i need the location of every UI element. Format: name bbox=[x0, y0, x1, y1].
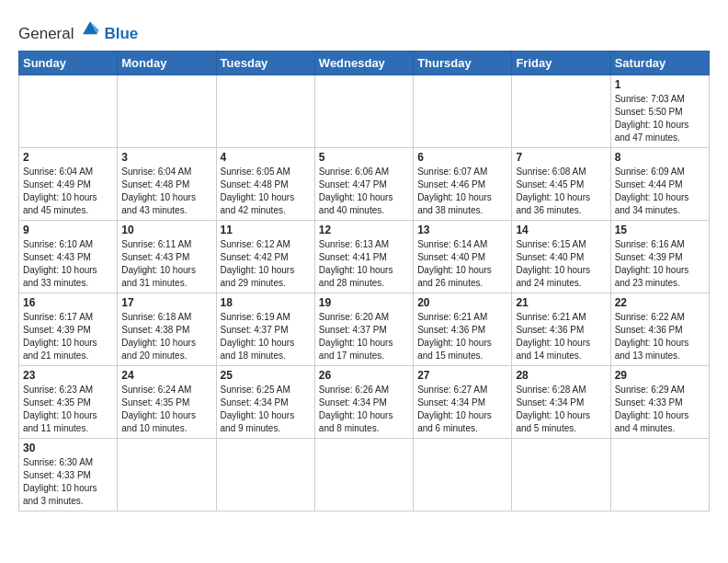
day-number: 18 bbox=[221, 296, 311, 309]
calendar-cell: 8Sunrise: 6:09 AM Sunset: 4:44 PM Daylig… bbox=[610, 148, 709, 221]
weekday-header-friday: Friday bbox=[512, 52, 610, 75]
day-info: Sunrise: 6:04 AM Sunset: 4:48 PM Dayligh… bbox=[121, 166, 211, 217]
calendar-cell: 18Sunrise: 6:19 AM Sunset: 4:37 PM Dayli… bbox=[216, 293, 314, 366]
day-number: 25 bbox=[221, 369, 311, 382]
calendar-week-row: 30Sunrise: 6:30 AM Sunset: 4:33 PM Dayli… bbox=[19, 439, 710, 511]
weekday-header-monday: Monday bbox=[118, 52, 216, 75]
calendar-week-row: 9Sunrise: 6:10 AM Sunset: 4:43 PM Daylig… bbox=[19, 221, 710, 293]
calendar-cell bbox=[314, 75, 413, 148]
day-info: Sunrise: 6:27 AM Sunset: 4:34 PM Dayligh… bbox=[417, 384, 507, 435]
day-number: 8 bbox=[615, 151, 705, 164]
calendar-cell: 28Sunrise: 6:28 AM Sunset: 4:34 PM Dayli… bbox=[512, 366, 610, 439]
weekday-header-thursday: Thursday bbox=[414, 52, 512, 75]
calendar-cell: 23Sunrise: 6:23 AM Sunset: 4:35 PM Dayli… bbox=[19, 366, 118, 439]
calendar-cell: 1Sunrise: 7:03 AM Sunset: 5:50 PM Daylig… bbox=[610, 75, 709, 148]
day-number: 26 bbox=[319, 369, 409, 382]
day-info: Sunrise: 6:17 AM Sunset: 4:39 PM Dayligh… bbox=[23, 311, 113, 362]
weekday-header-saturday: Saturday bbox=[610, 52, 709, 75]
calendar-cell: 15Sunrise: 6:16 AM Sunset: 4:39 PM Dayli… bbox=[610, 221, 709, 293]
calendar-cell: 25Sunrise: 6:25 AM Sunset: 4:34 PM Dayli… bbox=[216, 366, 314, 439]
day-info: Sunrise: 6:22 AM Sunset: 4:36 PM Dayligh… bbox=[615, 311, 705, 362]
day-info: Sunrise: 6:26 AM Sunset: 4:34 PM Dayligh… bbox=[319, 384, 409, 435]
day-info: Sunrise: 6:23 AM Sunset: 4:35 PM Dayligh… bbox=[23, 384, 113, 435]
calendar-cell: 7Sunrise: 6:08 AM Sunset: 4:45 PM Daylig… bbox=[512, 148, 610, 221]
day-number: 21 bbox=[516, 296, 606, 309]
calendar-cell: 4Sunrise: 6:05 AM Sunset: 4:48 PM Daylig… bbox=[216, 148, 314, 221]
calendar-cell: 29Sunrise: 6:29 AM Sunset: 4:33 PM Dayli… bbox=[610, 366, 709, 439]
day-number: 6 bbox=[417, 151, 507, 164]
day-number: 17 bbox=[121, 296, 211, 309]
day-number: 1 bbox=[615, 78, 705, 91]
day-info: Sunrise: 6:21 AM Sunset: 4:36 PM Dayligh… bbox=[516, 311, 606, 362]
day-info: Sunrise: 6:13 AM Sunset: 4:41 PM Dayligh… bbox=[319, 238, 409, 290]
day-info: Sunrise: 6:19 AM Sunset: 4:37 PM Dayligh… bbox=[221, 311, 311, 362]
day-number: 23 bbox=[23, 369, 113, 382]
day-number: 24 bbox=[121, 369, 211, 382]
day-info: Sunrise: 6:15 AM Sunset: 4:40 PM Dayligh… bbox=[516, 238, 606, 290]
calendar-cell: 20Sunrise: 6:21 AM Sunset: 4:36 PM Dayli… bbox=[414, 293, 512, 366]
calendar-cell: 2Sunrise: 6:04 AM Sunset: 4:49 PM Daylig… bbox=[19, 148, 118, 221]
day-number: 14 bbox=[516, 224, 606, 236]
weekday-header-wednesday: Wednesday bbox=[314, 52, 413, 75]
logo-text: General Blue bbox=[18, 18, 138, 43]
calendar-cell bbox=[414, 439, 512, 511]
day-number: 28 bbox=[516, 369, 606, 382]
day-number: 11 bbox=[221, 224, 311, 236]
day-number: 27 bbox=[417, 369, 507, 382]
logo: General Blue bbox=[18, 18, 138, 43]
calendar-week-row: 1Sunrise: 7:03 AM Sunset: 5:50 PM Daylig… bbox=[19, 75, 710, 148]
calendar-cell bbox=[314, 439, 413, 511]
calendar-cell: 22Sunrise: 6:22 AM Sunset: 4:36 PM Dayli… bbox=[610, 293, 709, 366]
day-number: 20 bbox=[417, 296, 507, 309]
weekday-header-tuesday: Tuesday bbox=[216, 52, 314, 75]
calendar-cell: 17Sunrise: 6:18 AM Sunset: 4:38 PM Dayli… bbox=[118, 293, 216, 366]
calendar-cell bbox=[414, 75, 512, 148]
day-info: Sunrise: 6:29 AM Sunset: 4:33 PM Dayligh… bbox=[615, 384, 705, 435]
day-info: Sunrise: 6:20 AM Sunset: 4:37 PM Dayligh… bbox=[319, 311, 409, 362]
day-info: Sunrise: 6:30 AM Sunset: 4:33 PM Dayligh… bbox=[23, 456, 113, 508]
day-info: Sunrise: 6:11 AM Sunset: 4:43 PM Dayligh… bbox=[121, 238, 211, 290]
day-info: Sunrise: 6:21 AM Sunset: 4:36 PM Dayligh… bbox=[417, 311, 507, 362]
calendar-cell bbox=[512, 439, 610, 511]
calendar-cell: 21Sunrise: 6:21 AM Sunset: 4:36 PM Dayli… bbox=[512, 293, 610, 366]
weekday-header-row: SundayMondayTuesdayWednesdayThursdayFrid… bbox=[19, 52, 710, 75]
day-info: Sunrise: 6:06 AM Sunset: 4:47 PM Dayligh… bbox=[319, 166, 409, 217]
day-info: Sunrise: 6:12 AM Sunset: 4:42 PM Dayligh… bbox=[221, 238, 311, 290]
calendar-cell bbox=[118, 439, 216, 511]
calendar-cell: 30Sunrise: 6:30 AM Sunset: 4:33 PM Dayli… bbox=[19, 439, 118, 511]
calendar-cell bbox=[216, 439, 314, 511]
day-info: Sunrise: 6:05 AM Sunset: 4:48 PM Dayligh… bbox=[221, 166, 311, 217]
day-number: 29 bbox=[615, 369, 705, 382]
calendar-cell bbox=[118, 75, 216, 148]
day-number: 9 bbox=[23, 224, 113, 236]
calendar-cell: 12Sunrise: 6:13 AM Sunset: 4:41 PM Dayli… bbox=[314, 221, 413, 293]
calendar-cell: 6Sunrise: 6:07 AM Sunset: 4:46 PM Daylig… bbox=[414, 148, 512, 221]
header: General Blue bbox=[18, 15, 710, 43]
calendar-cell: 5Sunrise: 6:06 AM Sunset: 4:47 PM Daylig… bbox=[314, 148, 413, 221]
day-number: 13 bbox=[417, 224, 507, 236]
day-number: 15 bbox=[615, 224, 705, 236]
day-info: Sunrise: 6:07 AM Sunset: 4:46 PM Dayligh… bbox=[417, 166, 507, 217]
calendar-cell bbox=[216, 75, 314, 148]
calendar-cell bbox=[512, 75, 610, 148]
calendar-cell: 11Sunrise: 6:12 AM Sunset: 4:42 PM Dayli… bbox=[216, 221, 314, 293]
day-info: Sunrise: 6:24 AM Sunset: 4:35 PM Dayligh… bbox=[121, 384, 211, 435]
calendar-table: SundayMondayTuesdayWednesdayThursdayFrid… bbox=[18, 51, 710, 511]
day-info: Sunrise: 6:18 AM Sunset: 4:38 PM Dayligh… bbox=[121, 311, 211, 362]
day-number: 5 bbox=[319, 151, 409, 164]
day-number: 7 bbox=[516, 151, 606, 164]
calendar-cell: 10Sunrise: 6:11 AM Sunset: 4:43 PM Dayli… bbox=[118, 221, 216, 293]
calendar-cell bbox=[19, 75, 118, 148]
calendar-cell: 26Sunrise: 6:26 AM Sunset: 4:34 PM Dayli… bbox=[314, 366, 413, 439]
calendar-cell: 27Sunrise: 6:27 AM Sunset: 4:34 PM Dayli… bbox=[414, 366, 512, 439]
calendar-cell bbox=[610, 439, 709, 511]
day-number: 2 bbox=[23, 151, 113, 164]
day-number: 4 bbox=[221, 151, 311, 164]
calendar-cell: 16Sunrise: 6:17 AM Sunset: 4:39 PM Dayli… bbox=[19, 293, 118, 366]
calendar-week-row: 23Sunrise: 6:23 AM Sunset: 4:35 PM Dayli… bbox=[19, 366, 710, 439]
day-info: Sunrise: 6:16 AM Sunset: 4:39 PM Dayligh… bbox=[615, 238, 705, 290]
generalblue-icon bbox=[80, 18, 100, 39]
calendar-cell: 13Sunrise: 6:14 AM Sunset: 4:40 PM Dayli… bbox=[414, 221, 512, 293]
calendar-cell: 19Sunrise: 6:20 AM Sunset: 4:37 PM Dayli… bbox=[314, 293, 413, 366]
day-info: Sunrise: 6:08 AM Sunset: 4:45 PM Dayligh… bbox=[516, 166, 606, 217]
